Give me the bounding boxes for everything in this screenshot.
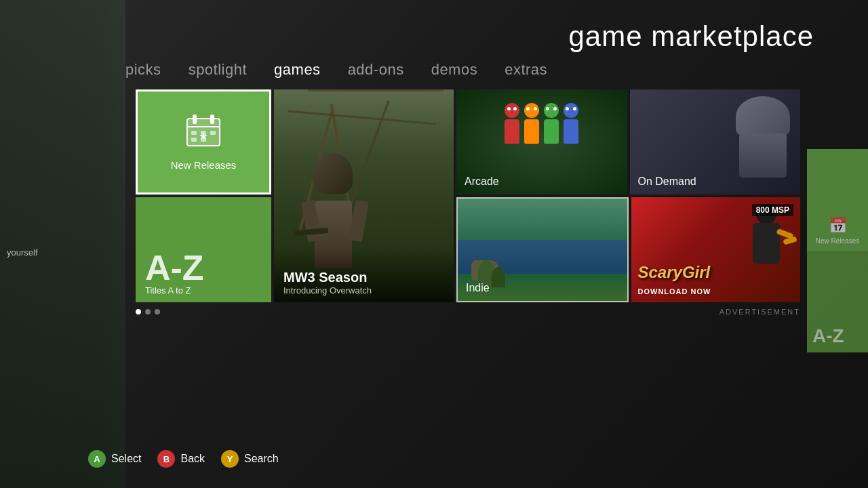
nav-games[interactable]: games: [274, 61, 321, 79]
tile-az[interactable]: A-Z Titles A to Z: [136, 197, 271, 302]
left-panel-image: [0, 0, 125, 488]
ad-cta: DOWNLOAD NOW: [638, 287, 711, 296]
navigation: picks spotlight games add-ons demos extr…: [0, 53, 868, 87]
left-panel: yourself: [0, 0, 125, 488]
nav-extras[interactable]: extras: [505, 61, 547, 79]
back-label: Back: [180, 453, 205, 465]
svg-rect-6: [210, 131, 216, 135]
a-button: A: [88, 450, 106, 468]
svg-rect-2: [210, 115, 214, 124]
right-panel: 📅 New Releases A-Z: [807, 149, 868, 352]
mw3-subtitle: Introducing Overwatch: [283, 285, 372, 296]
controls-bar: A Select B Back Y Search: [88, 450, 279, 468]
tile-arcade[interactable]: Arcade: [456, 89, 627, 195]
tile-indie[interactable]: Indie: [456, 197, 629, 302]
right-tile-az: A-Z: [807, 251, 868, 352]
calendar-icon: [186, 113, 221, 155]
svg-rect-1: [193, 115, 197, 124]
tile-new-releases[interactable]: New Releases: [136, 89, 271, 195]
svg-rect-4: [191, 131, 197, 135]
dot-2: [145, 309, 151, 314]
mw3-text: MW3 Season Introducing Overwatch: [283, 270, 372, 296]
right-panel-new-releases-label: New Releases: [813, 237, 862, 245]
b-button: B: [157, 450, 175, 468]
ad-title: ScaryGirl: [638, 263, 711, 282]
new-releases-label: New Releases: [171, 159, 237, 171]
advertisement-label: ADVERTISEMENT: [719, 308, 800, 316]
right-bottom-row: Indie 800 MSP ScaryGi: [456, 197, 800, 302]
az-sub-label: Titles A to Z: [145, 285, 191, 296]
search-label: Search: [244, 453, 279, 465]
az-big-label: A-Z: [145, 250, 204, 285]
tile-grid: New Releases A-Z Titles A to Z: [0, 89, 868, 302]
arcade-characters: [456, 103, 627, 144]
main-content: game marketplace picks spotlight games a…: [0, 0, 868, 488]
tile-mw3[interactable]: MW3 Season Introducing Overwatch: [274, 89, 454, 302]
right-tile-new-releases: 📅 New Releases: [807, 149, 868, 251]
nav-add-ons[interactable]: add-ons: [348, 61, 404, 79]
left-panel-text: yourself: [7, 247, 38, 258]
arcade-label: Arcade: [465, 176, 499, 188]
indie-label: Indie: [466, 282, 490, 294]
right-top-row: Arcade On Demand: [456, 89, 800, 195]
select-control[interactable]: A Select: [88, 450, 141, 468]
nav-picks[interactable]: picks: [125, 61, 161, 79]
right-column: Arcade On Demand: [456, 89, 800, 302]
dot-1: [136, 309, 141, 314]
search-control[interactable]: Y Search: [221, 450, 279, 468]
left-column: New Releases A-Z Titles A to Z: [136, 89, 271, 302]
svg-rect-7: [191, 138, 197, 142]
title-area: game marketplace: [0, 0, 868, 53]
select-label: Select: [111, 453, 141, 465]
y-button: Y: [221, 450, 239, 468]
ad-msp-badge: 800 MSP: [752, 204, 793, 216]
dot-3: [155, 309, 160, 314]
back-control[interactable]: B Back: [157, 450, 205, 468]
nav-demos[interactable]: demos: [431, 61, 478, 79]
mw3-title: MW3 Season: [283, 270, 372, 285]
right-az-label: A-Z: [812, 325, 844, 347]
tile-advertisement[interactable]: 800 MSP ScaryGirl DOWNLOAD NOW: [631, 197, 801, 302]
dots-indicator: [136, 309, 160, 314]
nav-spotlight[interactable]: spotlight: [189, 61, 247, 79]
on-demand-label: On Demand: [638, 176, 696, 188]
tile-on-demand[interactable]: On Demand: [630, 89, 801, 195]
